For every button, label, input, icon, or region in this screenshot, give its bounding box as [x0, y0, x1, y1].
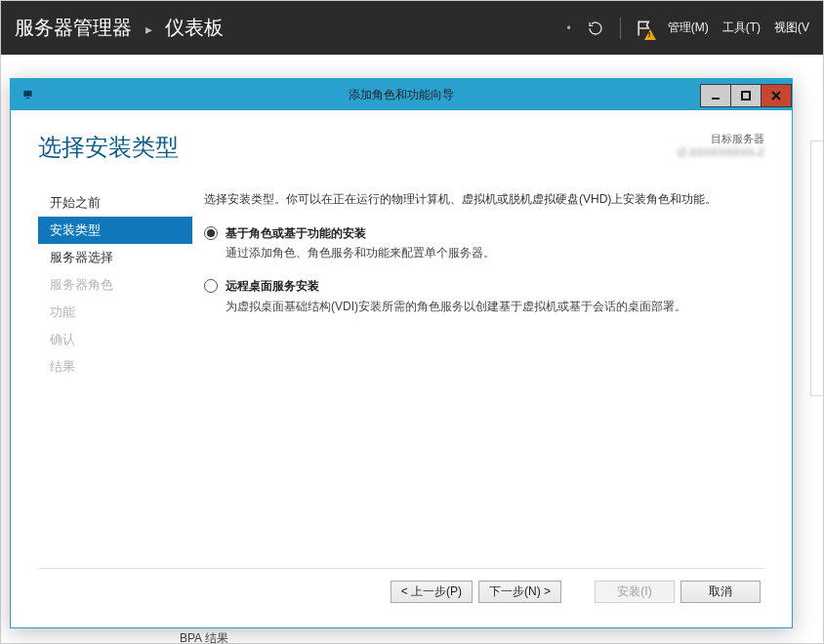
target-server-label: 目标服务器	[678, 132, 764, 146]
install-type-option[interactable]: 远程桌面服务安装为虚拟桌面基础结构(VDI)安装所需的角色服务以创建基于虚拟机或…	[204, 276, 753, 316]
option-description: 为虚拟桌面基础结构(VDI)安装所需的角色服务以创建基于虚拟机或基于会话的桌面部…	[226, 297, 686, 316]
wizard-content: 选择安装类型。你可以在正在运行的物理计算机、虚拟机或脱机虚拟硬盘(VHD)上安装…	[192, 189, 764, 568]
wizard-nav-item[interactable]: 服务器选择	[38, 244, 192, 271]
background-panel-fragment	[810, 141, 823, 396]
page-heading: 选择安装类型	[38, 132, 179, 162]
option-title: 远程桌面服务安装	[226, 276, 686, 296]
wizard-nav-item: 确认	[38, 326, 192, 353]
wizard-nav-item: 结果	[38, 353, 192, 381]
window-close-button[interactable]	[761, 84, 792, 107]
wizard-nav: 开始之前安装类型服务器选择服务器角色功能确认结果	[38, 189, 192, 568]
option-title: 基于角色或基于功能的安装	[226, 223, 495, 243]
svg-rect-0	[23, 91, 31, 97]
dialog-footer: < 上一步(P) 下一步(N) > 安装(I) 取消	[38, 568, 764, 614]
add-roles-wizard-dialog: 添加角色和功能向导 选择安装类型 目标服务器 iZ-XXXXXXXXX-Z 开始…	[10, 78, 793, 628]
window-minimize-button[interactable]	[700, 84, 731, 107]
option-description: 通过添加角色、角色服务和功能来配置单个服务器。	[226, 243, 495, 262]
app-title-right: 仪表板	[165, 17, 224, 38]
notification-flag-icon[interactable]	[635, 19, 654, 38]
previous-button[interactable]: < 上一步(P)	[391, 581, 473, 603]
wizard-nav-item: 功能	[38, 299, 192, 326]
menu-tools[interactable]: 工具(T)	[722, 20, 761, 36]
intro-text: 选择安装类型。你可以在正在运行的物理计算机、虚拟机或脱机虚拟硬盘(VHD)上安装…	[204, 189, 753, 209]
dialog-app-icon	[17, 83, 40, 106]
next-button[interactable]: 下一步(N) >	[478, 581, 561, 603]
app-title-left: 服务器管理器	[15, 17, 132, 38]
menu-manage[interactable]: 管理(M)	[668, 20, 709, 36]
app-bar: 服务器管理器 ▸ 仪表板 • 管理(M) 工具(T) 视图(V	[1, 1, 823, 55]
svg-rect-2	[712, 98, 720, 100]
bpa-results-label: BPA 结果	[180, 630, 228, 644]
menu-view[interactable]: 视图(V	[774, 20, 809, 36]
wizard-nav-item[interactable]: 安装类型	[38, 217, 192, 244]
install-type-option[interactable]: 基于角色或基于功能的安装通过添加角色、角色服务和功能来配置单个服务器。	[204, 223, 753, 263]
wizard-nav-item: 服务器角色	[38, 271, 192, 299]
target-server-name: iZ-XXXXXXXXX-Z	[678, 146, 764, 158]
radio-icon[interactable]	[204, 226, 218, 240]
svg-rect-3	[742, 92, 750, 100]
svg-rect-1	[26, 98, 30, 99]
toolbar-dot: •	[566, 21, 570, 35]
dialog-title: 添加角色和功能向导	[11, 87, 792, 103]
cancel-button[interactable]: 取消	[680, 581, 761, 603]
dialog-title-bar[interactable]: 添加角色和功能向导	[11, 79, 792, 110]
refresh-icon[interactable]	[585, 18, 606, 39]
toolbar-separator	[620, 18, 621, 39]
window-maximize-button[interactable]	[730, 84, 762, 107]
target-server-info: 目标服务器 iZ-XXXXXXXXX-Z	[678, 132, 764, 158]
breadcrumb-chevron-icon: ▸	[145, 21, 152, 37]
wizard-nav-item[interactable]: 开始之前	[38, 189, 192, 217]
install-button: 安装(I)	[595, 581, 675, 603]
radio-icon[interactable]	[204, 279, 218, 293]
